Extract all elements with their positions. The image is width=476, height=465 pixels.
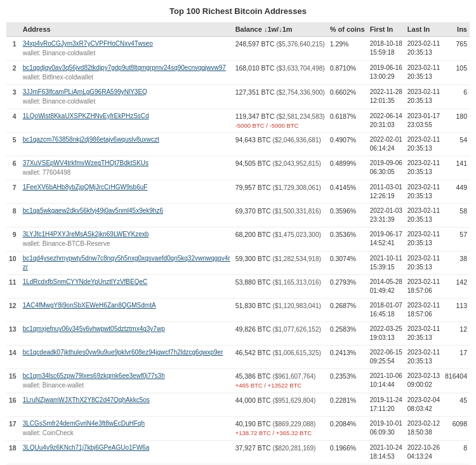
address-cell: 1AC4fMwgY8j9onSbXEWeH6Zan8QGMSdmtA <box>20 299 233 322</box>
table-row: 93LYJfc1H4PXYJreMsASk2jkn69LWEYKzexbwall… <box>6 227 470 252</box>
ins-cell: 142 <box>442 275 470 299</box>
balance-cell: 49,826 BTC ($1,077,626,152) <box>233 322 327 346</box>
balance-usd: ($2,581,234,583) <box>276 113 324 120</box>
balance-cell: 37,927 BTC ($820,281,169) <box>233 441 327 464</box>
address-cell: bc1qm34lsc65zpw79lxes69zkqmk6ee3ewf0j77s… <box>20 369 233 393</box>
address-link[interactable]: 3LYJfc1H4PXYJreMsASk2jkn69LWEYKzexb <box>23 230 230 239</box>
balance-value: 168,010 BTC <box>235 64 277 72</box>
table-row: 121AC4fMwgY8j9onSbXEWeH6Zan8QGMSdmtA51,8… <box>6 299 470 322</box>
balance-value: 49,826 BTC <box>235 325 273 333</box>
ins-cell: 57 <box>442 227 470 252</box>
balance-value: 46,542 BTC <box>235 349 273 356</box>
percent-cell: 0.6187% <box>327 109 367 133</box>
balance-value: 44,000 BTC <box>235 396 273 404</box>
balance-value: 59,300 BTC <box>235 255 273 262</box>
balance-usd: ($2,754,336,900) <box>276 89 324 96</box>
row-number: 15 <box>6 369 20 393</box>
richest-addresses-table: Address Balance ↓1w/↓1m % of coins First… <box>6 22 470 465</box>
address-cell: 37XuVSEpWV4trkfmvWzegTHQt7BdktSKUswallet… <box>20 156 233 180</box>
first-in-cell: 2018-01-0716:45:18 <box>367 299 405 322</box>
first-in-cell: 2022-06-1420:31:03 <box>367 109 405 133</box>
address-cell: 1LdRcdxfbSnmCYYNdeYpUnztlYzVfBEQeC <box>20 275 233 299</box>
wallet-label: wallet: 77604498 <box>23 169 71 176</box>
percent-cell: 0.2281% <box>327 393 367 417</box>
balance-cell: 53,880 BTC ($1,165,313,016) <box>233 275 327 299</box>
address-link[interactable]: bc1qcdeadk07jkthules0yw9u9ue9pklvr608ez9… <box>23 348 230 357</box>
col-address: Address <box>20 22 233 37</box>
last-in-cell: 2023-02-1120:35:13 <box>405 61 442 85</box>
balance-usd: ($1,077,626,152) <box>273 326 321 333</box>
address-link[interactable]: bc1qa5wkgaew2dkv56kfvj49j0av5nml45x9ek9h… <box>23 206 230 215</box>
last-in-cell: 2023-02-1120:35:13 <box>405 346 442 369</box>
wallet-label: wallet: Bitfinex-coldwallet <box>23 74 93 81</box>
balance-value: 45,386 BTC <box>235 372 273 380</box>
table-row: 71FeeXV6bAHb8ybZjqQMjJrcCrHGW9sb6uF79,95… <box>6 180 470 204</box>
col-last-in: Last In <box>405 22 442 37</box>
percent-cell: 0.2353% <box>327 369 367 393</box>
ins-cell: 12 <box>442 322 470 346</box>
table-row: 134xp4vRoCGJym3xR7yCVPFHoCNxv4Twseowalle… <box>6 37 470 61</box>
ins-cell: 8 <box>442 441 470 464</box>
address-link[interactable]: bc1qgdjqv0av3q56jvd82tkdjpy7gdp9ut8ltqmg… <box>23 64 230 72</box>
percent-cell: 0.4145% <box>327 180 367 204</box>
row-number: 5 <box>6 133 20 156</box>
ins-cell: 58 <box>442 204 470 227</box>
balance-cell: 94,643 BTC ($2,046,936,681) <box>233 133 327 156</box>
ins-cell: 6 <box>442 85 470 109</box>
balance-cell: 44,000 BTC ($951,629,804) <box>233 393 327 417</box>
ins-cell: 6098 <box>442 417 470 441</box>
table-row: 14bc1qcdeadk07jkthules0yw9u9ue9pklvr608e… <box>6 346 470 369</box>
balance-cell: 40,190 BTC ($869,229,088)+138.72 BTC / +… <box>233 417 327 441</box>
balance-value: 37,927 BTC <box>235 444 273 452</box>
row-number: 16 <box>6 393 20 417</box>
table-row: 161LruNZjwamWJXThX2Y8C2d47QqhAkkc5os44,0… <box>6 393 470 417</box>
first-in-cell: 2011-03-0112:26:19 <box>367 180 405 204</box>
row-number: 1 <box>6 37 20 61</box>
address-link[interactable]: 3JJmF63lfcamPLiAmLgG96RA599yNlY3EQ <box>23 88 230 97</box>
balance-value: 51,830 BTC <box>235 302 273 309</box>
row-number: 6 <box>6 156 20 180</box>
address-link[interactable]: 1LdRcdxfbSnmCYYNdeYpUnztlYzVfBEQeC <box>23 278 230 286</box>
balance-change: -5000 BTC / -5000 BTC <box>235 121 325 130</box>
ins-cell: 54 <box>442 133 470 156</box>
col-balance: Balance ↓1w/↓1m <box>233 22 327 37</box>
address-cell: 3LQUu4v9z6KNch71j7kbj6GPeAGUo1FW6a <box>20 441 233 464</box>
percent-cell: 0.2687% <box>327 299 367 322</box>
address-cell: 3LYJfc1H4PXYJreMsASk2jkn69LWEYKzexbwalle… <box>20 227 233 252</box>
balance-value: 248,597 BTC <box>235 40 277 48</box>
address-link[interactable]: 1LQoWist8KkaUXSPKZHNvEyfrEkPHzSsCd <box>23 112 230 121</box>
col-pct: % of coins <box>327 22 367 37</box>
address-cell: 3JJmF63lfcamPLiAmLgG96RA599yNlY3EQwallet… <box>20 85 233 109</box>
percent-cell: 0.4899% <box>327 156 367 180</box>
table-row: 13bc1qmxjefnuy06v345v6vhwpwt05dztztmx4g3… <box>6 322 470 346</box>
address-link[interactable]: 1FeeXV6bAHb8ybZjqQMjJrcCrHGW9sb6uF <box>23 183 230 192</box>
first-in-cell: 2022-11-2812:01:35 <box>367 85 405 109</box>
percent-cell: 0.3536% <box>327 227 367 252</box>
address-link[interactable]: 1LruNZjwamWJXThX2Y8C2d47QqhAkkc5os <box>23 396 230 405</box>
table-row: 10bc1qd4ysezhmypwty5dnw7c8nqy5h5nxg0xqsv… <box>6 252 470 275</box>
table-row: 111LdRcdxfbSnmCYYNdeYpUnztlYzVfBEQeC53,8… <box>6 275 470 299</box>
address-link[interactable]: 1AC4fMwgY8j9onSbXEWeH6Zan8QGMSdmtA <box>23 301 230 310</box>
balance-usd: ($951,629,804) <box>273 397 316 404</box>
address-link[interactable]: bc1qmxjefnuy06v345v6vhwpwt05dztztmx4g3y7… <box>23 325 230 334</box>
address-link[interactable]: 37XuVSEpWV4trkfmvWzegTHQt7BdktSKUs <box>23 159 230 168</box>
percent-cell: 0.2793% <box>327 275 367 299</box>
address-link[interactable]: 3LQUu4v9z6KNch71j7kbj6GPeAGUo1FW6a <box>23 443 230 452</box>
balance-cell: 46,542 BTC ($1,006,615,325) <box>233 346 327 369</box>
row-number: 8 <box>6 204 20 227</box>
address-link[interactable]: bc1qd4ysezhmypwty5dnw7c8nqy5h5nxg0xqsvae… <box>23 254 230 272</box>
address-link[interactable]: 34xp4vRoCGJym3xR7yCVPFHoCNxv4Twseo <box>23 39 230 48</box>
address-link[interactable]: bc1qazcm763858nkj2dj986etajv6wquslv8uxwc… <box>23 135 230 144</box>
row-number: 4 <box>6 109 20 133</box>
ins-cell: 105 <box>442 61 470 85</box>
wallet-label: wallet: Binance-wallet <box>23 382 84 389</box>
col-first-in: First In <box>367 22 405 37</box>
last-in-cell: 2023-02-1120:35:13 <box>405 322 442 346</box>
address-link[interactable]: bc1qm34lsc65zpw79lxes69zkqmk6ee3ewf0j77s… <box>23 372 230 381</box>
address-cell: 1LruNZjwamWJXThX2Y8C2d47QqhAkkc5os <box>20 393 233 417</box>
address-link[interactable]: 3LCGsSmfr24demGvriN4e3ft8wEcDuHFqh <box>23 419 230 428</box>
last-in-cell: 2023-02-1120:35:13 <box>405 37 442 61</box>
first-in-cell: 2019-11-2417:11:20 <box>367 393 405 417</box>
balance-value: 94,643 BTC <box>235 136 273 144</box>
row-number: 18 <box>6 441 20 464</box>
